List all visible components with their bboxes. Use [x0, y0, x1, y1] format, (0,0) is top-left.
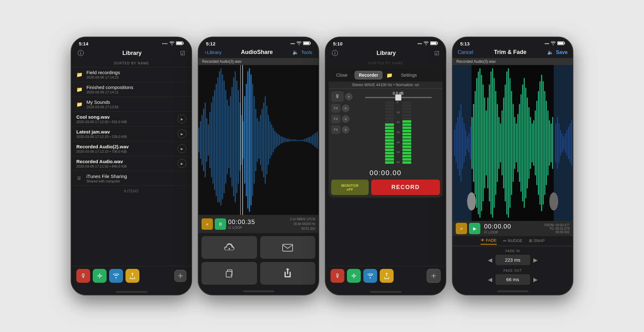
list-item[interactable]: Recorded Audio(2).wav 2020-03-06 17:12:1… [71, 141, 191, 156]
play-button[interactable]: ▶ [178, 129, 186, 138]
check-icon-1[interactable]: ☑ [180, 50, 185, 57]
add-button-3[interactable] [427, 269, 441, 283]
mic-button[interactable]: 🎙 [76, 269, 90, 283]
library-back-label: Library [207, 50, 221, 55]
settings-tab[interactable]: Settings [396, 71, 421, 80]
mail-button[interactable] [260, 236, 316, 259]
fader-handle[interactable] [395, 94, 401, 101]
monitor-button[interactable]: MONITOR oFF [331, 180, 369, 195]
loop-indicator: ☑ LOOP [228, 226, 288, 230]
play-button[interactable]: ▶ [178, 144, 186, 153]
speaker-icon-2[interactable]: 🔈 [292, 49, 299, 55]
phone-audioshare: 5:12 •••• ‹ Library AudioShare 🔈 Tools [198, 37, 319, 295]
svg-rect-138 [524, 78, 525, 208]
add-fx-3[interactable]: + [342, 126, 349, 133]
snap-tab[interactable]: ⊞ SNAP [529, 238, 545, 245]
pause-button[interactable]: ⏸ [215, 218, 226, 230]
play-button[interactable]: ▶ [178, 159, 186, 168]
list-item[interactable]: 🖥 iTunes File Sharing Shared with comput… [71, 171, 191, 186]
fade-in-increase[interactable]: ▶ [533, 257, 538, 264]
playhead-line [240, 65, 241, 215]
fx-button-3[interactable]: FX [331, 125, 341, 134]
svg-rect-24 [217, 78, 218, 203]
check-icon-3[interactable]: ☑ [434, 50, 439, 57]
fx-button-1[interactable]: FX [331, 104, 341, 113]
cancel-button[interactable]: Cancel [458, 50, 473, 55]
nav-bar-1: ⓘ Library ☑ [71, 48, 191, 60]
svg-rect-10 [310, 43, 311, 44]
record-button[interactable]: RECORD [371, 180, 440, 195]
meter-seg [402, 120, 411, 123]
list-item[interactable]: 📁 Field recordings 2020-03-06 17:14:22 [71, 67, 191, 82]
add-mic-button[interactable]: + [345, 93, 353, 100]
tools-label[interactable]: Tools [301, 50, 312, 55]
fade-in-value: 223 ms [495, 255, 530, 265]
svg-rect-80 [304, 139, 305, 142]
rewind-button[interactable]: « [202, 218, 213, 230]
fade-out-decrease[interactable]: ◀ [488, 276, 492, 283]
close-tab[interactable]: Close [332, 71, 352, 80]
tuner-button-3[interactable] [347, 269, 361, 283]
cloud-upload-button[interactable] [202, 236, 257, 259]
export-button[interactable] [126, 269, 139, 283]
list-item[interactable]: 📁 Finished compositions 2020-03-06 17:14… [71, 82, 191, 97]
fade-tab[interactable]: 👁 FADE [481, 238, 497, 245]
info-icon-1[interactable]: ⓘ [78, 49, 84, 57]
speaker-icon-4[interactable]: 🔈 [547, 49, 553, 55]
svg-rect-54 [263, 103, 264, 178]
export-button-3[interactable] [380, 269, 394, 283]
file-meta: 2020-03-06 17:12:15 • 706.0 KiB [76, 150, 174, 153]
list-item[interactable]: 📁 My Sounds 2020-03-06 17:13:55 [71, 97, 191, 112]
vu-meters: 0 10 20 30 40 50 60 [385, 101, 411, 164]
record-label: RECORD [391, 184, 420, 191]
svg-rect-126 [505, 85, 506, 202]
svg-rect-129 [509, 78, 510, 208]
play-button-4[interactable]: ▶ [469, 223, 480, 234]
add-fx-1[interactable]: + [342, 104, 349, 112]
fx-row-3: FX + [331, 125, 356, 134]
duplicate-button[interactable] [202, 262, 257, 285]
trim-duration: 00:00.602 [545, 230, 570, 234]
svg-rect-21 [213, 96, 214, 184]
tuner-button[interactable] [93, 269, 107, 283]
fade-out-increase[interactable]: ▶ [533, 276, 538, 283]
list-item[interactable]: Cool song.wav 2020-03-06 17:12:02 • 592.… [71, 112, 191, 127]
rewind-button-4[interactable]: « [456, 223, 467, 234]
share-button[interactable] [260, 262, 316, 285]
info-icon-3[interactable]: ⓘ [332, 49, 338, 57]
svg-rect-171 [560, 130, 561, 156]
svg-rect-135 [519, 104, 520, 182]
mic-button-3[interactable]: 🎙 [331, 269, 344, 283]
meter-seg [402, 152, 411, 154]
status-bar-2: 5:12 •••• [198, 37, 319, 48]
fade-in-decrease[interactable]: ◀ [488, 257, 492, 264]
svg-rect-141 [529, 107, 530, 179]
svg-rect-169 [557, 117, 558, 169]
mic-button-rec[interactable]: 🎙 [331, 91, 344, 102]
fader-track[interactable] [365, 97, 432, 98]
trim-time: 00:00.00 [484, 223, 543, 230]
list-item[interactable]: Recorded Audio.wav 2020-03-06 17:11:52 •… [71, 156, 191, 171]
play-button[interactable]: ▶ [178, 115, 186, 123]
fade-in-section: FADE IN ◀ 223 ms ▶ [453, 246, 573, 266]
svg-rect-86 [314, 134, 315, 146]
svg-rect-25 [219, 71, 220, 203]
wifi-button-3[interactable] [363, 269, 377, 283]
svg-rect-117 [490, 72, 491, 215]
recorder-tab[interactable]: Recorder [354, 71, 383, 80]
back-button[interactable]: ‹ Library [205, 50, 221, 55]
svg-rect-32 [230, 96, 231, 177]
list-item[interactable]: Latest jam.wav 2020-03-06 17:12:25 • 228… [71, 127, 191, 141]
fx-button-2[interactable]: FX [331, 115, 341, 123]
nudge-tab[interactable]: ⇔ NUDGE [503, 238, 523, 245]
save-button[interactable]: Save [556, 50, 568, 55]
svg-rect-82 [307, 138, 308, 143]
svg-rect-75 [296, 140, 297, 141]
wifi-button[interactable] [109, 269, 123, 283]
add-button[interactable] [174, 270, 186, 282]
folder-icon: 📁 [76, 101, 83, 107]
add-fx-2[interactable]: + [342, 115, 349, 123]
mic-controls: 🎙 + FX + FX + FX + [331, 91, 356, 164]
svg-rect-64 [279, 135, 280, 145]
folder-tab-icon[interactable]: 📁 [385, 71, 394, 80]
